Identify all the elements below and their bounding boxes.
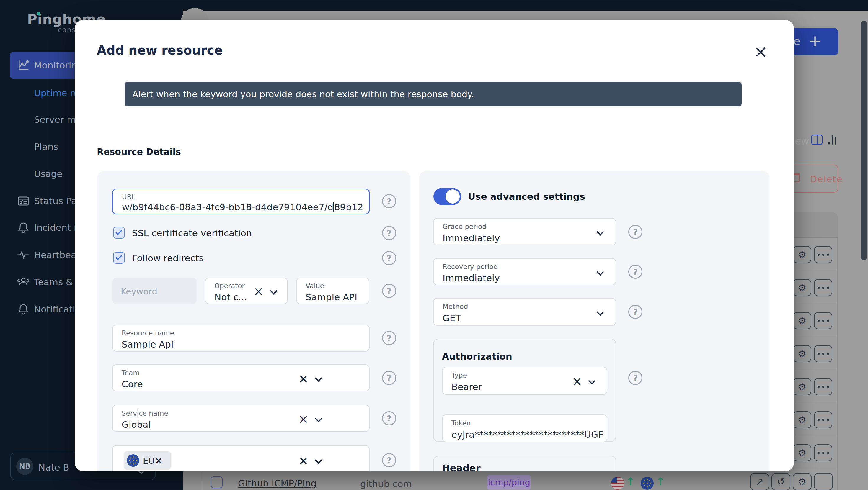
region-chip-label: EU <box>143 456 155 466</box>
operator-value: Not c... <box>214 292 248 302</box>
operator-label: Operator <box>214 282 245 290</box>
chevron-down-icon[interactable] <box>270 287 277 294</box>
alert-banner: Alert when the keyword you provide does … <box>125 82 742 106</box>
modal-title: Add new resource <box>97 43 223 58</box>
redirects-checkbox[interactable] <box>113 252 125 264</box>
region-chip: EU × <box>124 451 170 470</box>
team-select[interactable]: Team Core × <box>112 364 370 391</box>
view-toggle-label: ew <box>795 135 809 147</box>
scrollbar[interactable] <box>861 21 867 260</box>
auth-token-label: Token <box>452 419 471 427</box>
close-icon[interactable]: × <box>752 42 770 60</box>
redirects-checkbox-label: Follow redirects <box>132 253 204 263</box>
remove-chip-icon[interactable]: × <box>155 455 163 466</box>
service-name-select[interactable]: Service name Global × <box>112 405 370 432</box>
history-button[interactable]: ↺ <box>771 473 790 490</box>
help-icon[interactable]: ? <box>382 226 396 240</box>
chevron-down-icon[interactable] <box>596 308 604 316</box>
help-icon[interactable]: ? <box>628 225 643 239</box>
auth-token-value: eyJra************************UGFvS <box>452 429 602 440</box>
clear-icon[interactable]: × <box>298 455 309 467</box>
authorization-title: Authorization <box>442 351 512 362</box>
team-value: Core <box>122 379 143 389</box>
help-icon[interactable]: ? <box>382 284 396 298</box>
help-icon[interactable]: ? <box>382 453 396 467</box>
team-icon <box>17 275 30 289</box>
bell-icon <box>17 221 30 234</box>
help-icon[interactable]: ? <box>382 194 396 208</box>
recovery-period-label: Recovery period <box>442 263 498 270</box>
status-icon <box>17 194 30 207</box>
clear-icon[interactable]: × <box>298 413 309 425</box>
trend-icon: ↗ <box>756 476 764 487</box>
keyword-placeholder: Keyword <box>121 287 157 296</box>
sidebar-item-label: Notificatio <box>34 304 81 315</box>
list-view-icon[interactable] <box>811 134 823 145</box>
recovery-period-value: Immediately <box>442 272 500 283</box>
chart-view-icon[interactable] <box>829 135 837 144</box>
gear-icon: ⚙ <box>798 476 807 487</box>
operator-select[interactable]: Operator Not c... × <box>205 277 288 304</box>
auth-type-label: Type <box>452 371 467 379</box>
region-select[interactable]: EU × × <box>112 445 370 471</box>
keyword-field: Keyword <box>113 277 197 304</box>
service-name-value: Global <box>122 419 151 430</box>
service-name-label: Service name <box>122 410 168 417</box>
grace-period-value: Immediately <box>442 233 500 243</box>
more-actions-button[interactable] <box>814 473 833 490</box>
help-icon[interactable]: ? <box>382 411 396 425</box>
settings-button[interactable]: ⚙ <box>793 473 812 490</box>
url-value: w/b9f44bc6-08a3-4fc9-bb18-d4de79104ee7/d… <box>122 202 364 213</box>
resource-name-field[interactable]: Resource name Sample Api <box>112 325 370 352</box>
value-value: Sample API <box>306 292 365 302</box>
help-icon[interactable]: ? <box>382 371 396 385</box>
method-select[interactable]: Method GET <box>433 298 616 326</box>
clear-icon[interactable]: × <box>572 375 582 388</box>
chevron-down-icon[interactable] <box>315 456 322 464</box>
value-label: Value <box>306 282 324 290</box>
chevron-down-icon[interactable] <box>596 228 604 235</box>
eu-flag-icon <box>641 477 654 490</box>
help-icon[interactable]: ? <box>628 265 643 279</box>
ssl-checkbox[interactable] <box>113 227 125 239</box>
trash-icon <box>793 173 800 182</box>
help-icon[interactable]: ? <box>628 305 643 319</box>
history-icon: ↺ <box>777 476 785 487</box>
topbar <box>183 0 868 11</box>
clear-icon[interactable]: × <box>298 372 309 385</box>
recovery-period-select[interactable]: Recovery period Immediately <box>433 258 616 285</box>
profile-name: Nate B <box>38 462 69 472</box>
chevron-down-icon[interactable] <box>315 415 322 422</box>
sidebar-item-label: Server mo <box>34 114 82 125</box>
row-checkbox[interactable] <box>211 477 223 488</box>
advanced-settings-toggle[interactable] <box>433 188 461 205</box>
value-field[interactable]: Value Sample API <box>296 277 369 304</box>
auth-token-field[interactable]: Token eyJra************************UGFvS <box>442 415 607 442</box>
trend-button[interactable]: ↗ <box>750 473 769 490</box>
auth-type-select[interactable]: Type Bearer × <box>442 367 607 395</box>
url-field[interactable]: URL w/b9f44bc6-08a3-4fc9-bb18-d4de79104e… <box>112 189 370 215</box>
grace-period-select[interactable]: Grace period Immediately <box>433 218 616 246</box>
resource-domain: github.com <box>360 479 412 489</box>
logo-dot-icon <box>37 12 40 15</box>
section-title: Resource Details <box>97 146 181 157</box>
method-label: Method <box>442 303 468 311</box>
chart-icon <box>17 59 30 72</box>
clear-icon[interactable]: × <box>253 285 264 298</box>
help-icon[interactable]: ? <box>382 251 396 265</box>
add-resource-modal: Add new resource × Alert when the keywor… <box>75 20 794 471</box>
chevron-down-icon[interactable] <box>596 268 604 275</box>
chevron-down-icon[interactable] <box>588 377 595 384</box>
eu-status-up-icon: ↑ <box>656 476 665 488</box>
bell-icon <box>17 303 30 316</box>
chevron-down-icon[interactable] <box>315 374 322 382</box>
header-panel-title: Header <box>442 463 480 471</box>
grace-period-label: Grace period <box>442 223 487 230</box>
resource-link[interactable]: Github ICMP/Ping <box>238 478 316 489</box>
us-status-up-icon: ↑ <box>626 476 635 488</box>
avatar: NB <box>16 458 33 475</box>
sidebar-item-label: Plans <box>34 141 58 152</box>
help-icon[interactable]: ? <box>382 331 396 345</box>
help-icon[interactable]: ? <box>628 371 643 385</box>
plus-icon: + <box>808 32 822 50</box>
